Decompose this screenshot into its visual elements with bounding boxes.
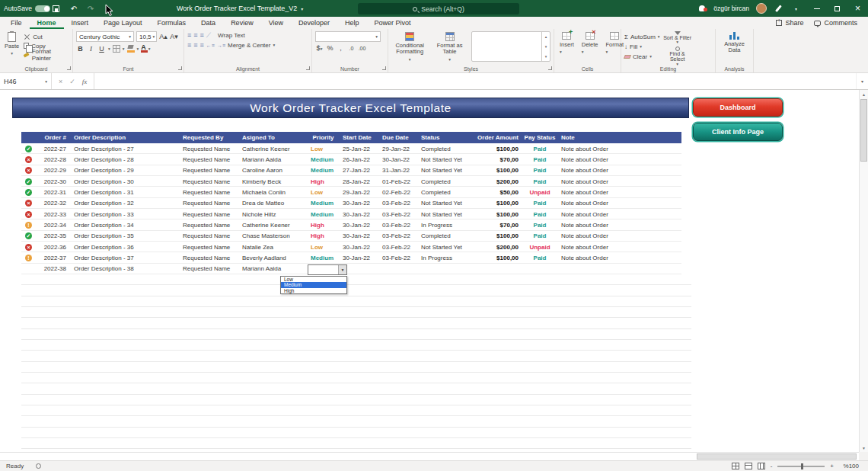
paste-button[interactable]: Paste▾ <box>3 31 21 63</box>
requested-by[interactable]: Requested Name <box>180 222 240 229</box>
orientation-button[interactable]: ⟋ <box>206 32 211 39</box>
assigned-to[interactable]: Beverly Aadland <box>240 255 306 261</box>
zoom-level[interactable]: %100 <box>839 463 859 469</box>
requested-by[interactable]: Requested Name <box>180 244 240 251</box>
order-amount[interactable]: $100,00 <box>468 211 521 218</box>
start-date[interactable]: 30-Jan-22 <box>340 255 380 261</box>
zoom-in-button[interactable]: + <box>830 463 834 469</box>
order-amount[interactable]: $200,00 <box>468 178 521 185</box>
order-description[interactable]: Order Description - 31 <box>69 189 180 196</box>
priority-cell[interactable]: Medium <box>306 156 340 163</box>
assigned-to[interactable]: Drea de Matteo <box>240 200 306 207</box>
tab-view[interactable]: View <box>261 17 291 29</box>
decrease-indent-button[interactable]: ←≡ <box>206 42 215 49</box>
requested-by[interactable]: Requested Name <box>180 265 240 272</box>
redo-button[interactable]: ↷ <box>82 0 99 17</box>
status-cell[interactable]: In Progress <box>419 222 468 229</box>
align-middle-button[interactable]: ≡ <box>193 32 197 39</box>
order-amount[interactable]: $100,00 <box>468 200 521 207</box>
requested-by[interactable]: Requested Name <box>180 200 240 207</box>
pen-mode-button[interactable] <box>771 0 786 17</box>
due-date[interactable]: 03-Feb-22 <box>380 200 419 207</box>
order-description[interactable]: Order Description - 35 <box>69 232 180 239</box>
confirm-entry-icon[interactable]: ✓ <box>69 78 75 85</box>
order-amount[interactable]: $70,00 <box>468 156 521 163</box>
accounting-format-button[interactable]: $▾ <box>315 44 324 52</box>
assigned-to[interactable]: Nichole Hiltz <box>240 211 306 218</box>
order-note[interactable]: Note about Order <box>559 255 681 261</box>
tab-power-pivot[interactable]: Power Pivot <box>367 17 419 29</box>
priority-cell[interactable]: Medium <box>306 200 340 207</box>
due-date[interactable]: 03-Feb-22 <box>380 211 419 218</box>
tab-help[interactable]: Help <box>337 17 367 29</box>
pay-status[interactable]: Paid <box>521 232 559 239</box>
assigned-to[interactable]: Chase Masterson <box>240 232 306 239</box>
assigned-to[interactable]: Michaela Conlin <box>240 189 306 196</box>
pay-status[interactable]: Unpaid <box>521 244 559 251</box>
dropdown-option-low[interactable]: Low <box>281 277 346 283</box>
due-date[interactable]: 03-Feb-22 <box>380 244 419 251</box>
increase-font-button[interactable]: A▴ <box>159 33 168 40</box>
cell-styles-gallery[interactable]: ▴ ▾ ▾ <box>471 31 550 62</box>
due-date[interactable]: 30-Jan-22 <box>380 156 419 163</box>
start-date[interactable]: 26-Jan-22 <box>340 156 380 163</box>
autosave-toggle[interactable]: AutoSave <box>4 0 50 17</box>
requested-by[interactable]: Requested Name <box>180 178 240 185</box>
start-date[interactable]: 30-Jan-22 <box>340 244 380 251</box>
requested-by[interactable]: Requested Name <box>180 255 240 261</box>
status-cell[interactable]: Completed <box>419 178 468 185</box>
requested-by[interactable]: Requested Name <box>180 156 240 163</box>
dropdown-option-medium[interactable]: Medium <box>281 282 346 288</box>
start-date[interactable]: 29-Jan-22 <box>340 189 380 196</box>
order-description[interactable]: Order Description - 27 <box>69 146 180 152</box>
maximize-button[interactable] <box>827 0 847 17</box>
pay-status[interactable]: Unpaid <box>521 189 559 196</box>
pay-status[interactable]: Paid <box>521 211 559 218</box>
fill-button[interactable]: ↓Fill▾ <box>624 43 660 50</box>
cut-button[interactable]: Cut <box>24 33 69 40</box>
conditional-formatting-button[interactable]: Conditional Formatting▾ <box>391 31 428 63</box>
order-description[interactable]: Order Description - 36 <box>69 244 180 251</box>
priority-cell[interactable]: Low <box>306 146 340 152</box>
assigned-to[interactable]: Mariann Aalda <box>240 156 306 163</box>
find-select-button[interactable]: Find & Select▾ <box>663 46 692 66</box>
zoom-out-button[interactable]: - <box>771 463 773 469</box>
fill-color-icon[interactable] <box>127 45 135 53</box>
priority-cell[interactable]: Low <box>306 244 340 251</box>
zoom-slider-thumb[interactable] <box>801 463 803 469</box>
status-cell[interactable]: Not Started Yet <box>419 156 468 163</box>
close-button[interactable]: × <box>847 0 868 17</box>
due-date[interactable]: 03-Feb-22 <box>380 232 419 239</box>
tab-insert[interactable]: Insert <box>64 17 97 29</box>
scroll-up-icon[interactable]: ▲ <box>860 90 868 98</box>
insert-cells-button[interactable]: Insert ▾ <box>557 31 576 63</box>
order-amount[interactable]: $100,00 <box>468 146 521 152</box>
macro-record-icon[interactable] <box>36 463 41 469</box>
horizontal-scroll-thumb[interactable] <box>697 453 857 460</box>
order-amount[interactable]: $200,00 <box>468 244 521 251</box>
tab-review[interactable]: Review <box>223 17 261 29</box>
order-description[interactable]: Order Description - 32 <box>69 200 180 207</box>
name-box[interactable]: H46 ▾ <box>0 73 52 89</box>
gallery-down-icon[interactable]: ▾ <box>545 44 547 49</box>
delete-cells-button[interactable]: Delete ▾ <box>579 31 601 63</box>
due-date[interactable]: 02-Feb-22 <box>380 189 419 196</box>
tab-developer[interactable]: Developer <box>291 17 337 29</box>
order-note[interactable]: Note about Order <box>559 146 681 152</box>
wrap-text-button[interactable]: Wrap Text <box>218 31 245 39</box>
align-bottom-button[interactable]: ≡ <box>200 32 204 39</box>
order-number[interactable]: 2022-28 <box>38 156 69 163</box>
order-number[interactable]: 2022-30 <box>38 178 69 185</box>
status-cell[interactable]: Completed <box>419 189 468 196</box>
start-date[interactable]: 25-Jan-22 <box>340 146 380 152</box>
name-box-dropdown-icon[interactable]: ▾ <box>45 79 47 84</box>
comma-style-button[interactable]: , <box>337 44 345 52</box>
order-number[interactable]: 2022-37 <box>38 255 69 261</box>
share-button[interactable]: Share <box>776 19 803 27</box>
format-as-table-button[interactable]: Format as Table▾ <box>431 31 468 63</box>
normal-view-icon[interactable] <box>732 463 739 469</box>
order-description[interactable]: Order Description - 38 <box>69 265 180 272</box>
priority-dropdown-combo[interactable]: ▼ <box>308 264 347 275</box>
number-format-select[interactable]: ▾ <box>315 31 381 42</box>
priority-cell[interactable]: Low <box>306 189 340 196</box>
